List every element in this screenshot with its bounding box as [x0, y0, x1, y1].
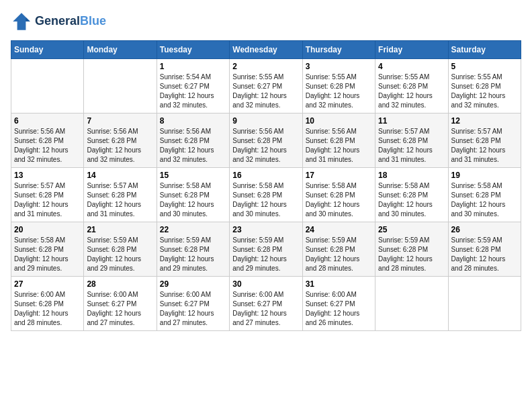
day-info: Sunrise: 5:56 AM Sunset: 6:28 PM Dayligh…	[14, 127, 81, 165]
day-number: 18	[378, 171, 445, 180]
day-number: 19	[451, 171, 518, 180]
calendar-week-row: 27Sunrise: 6:00 AM Sunset: 6:28 PM Dayli…	[11, 277, 521, 331]
calendar-cell: 18Sunrise: 5:58 AM Sunset: 6:28 PM Dayli…	[375, 168, 448, 222]
calendar-table: SundayMondayTuesdayWednesdayThursdayFrid…	[11, 40, 521, 331]
day-number: 30	[232, 279, 299, 289]
day-number: 13	[14, 171, 81, 180]
day-info: Sunrise: 5:59 AM Sunset: 6:28 PM Dayligh…	[306, 236, 372, 273]
day-info: Sunrise: 5:56 AM Sunset: 6:28 PM Dayligh…	[160, 127, 226, 165]
day-info: Sunrise: 5:58 AM Sunset: 6:28 PM Dayligh…	[378, 181, 445, 219]
day-number: 7	[87, 116, 153, 126]
weekday-header: Saturday	[448, 41, 521, 59]
calendar-cell	[448, 277, 521, 331]
calendar-cell: 24Sunrise: 5:59 AM Sunset: 6:28 PM Dayli…	[302, 222, 375, 277]
logo-text: GeneralBlue	[35, 15, 106, 28]
logo-icon	[11, 11, 32, 32]
day-info: Sunrise: 5:55 AM Sunset: 6:28 PM Dayligh…	[378, 73, 445, 110]
calendar-cell: 9Sunrise: 5:56 AM Sunset: 6:28 PM Daylig…	[230, 113, 302, 168]
calendar-cell: 30Sunrise: 6:00 AM Sunset: 6:27 PM Dayli…	[230, 277, 302, 331]
calendar-cell: 14Sunrise: 5:57 AM Sunset: 6:28 PM Dayli…	[84, 168, 157, 222]
day-number: 22	[160, 225, 226, 234]
day-number: 6	[14, 116, 81, 126]
day-info: Sunrise: 5:56 AM Sunset: 6:28 PM Dayligh…	[306, 127, 372, 165]
day-info: Sunrise: 5:57 AM Sunset: 6:28 PM Dayligh…	[14, 181, 81, 219]
calendar-week-row: 1Sunrise: 5:54 AM Sunset: 6:27 PM Daylig…	[11, 59, 521, 113]
day-info: Sunrise: 5:55 AM Sunset: 6:27 PM Dayligh…	[232, 73, 299, 110]
calendar-cell: 27Sunrise: 6:00 AM Sunset: 6:28 PM Dayli…	[11, 277, 84, 331]
day-info: Sunrise: 5:54 AM Sunset: 6:27 PM Dayligh…	[160, 73, 226, 110]
day-info: Sunrise: 5:57 AM Sunset: 6:28 PM Dayligh…	[378, 127, 445, 165]
day-info: Sunrise: 5:56 AM Sunset: 6:28 PM Dayligh…	[232, 127, 299, 165]
day-info: Sunrise: 5:58 AM Sunset: 6:28 PM Dayligh…	[451, 181, 518, 219]
day-number: 26	[451, 225, 518, 234]
day-number: 1	[160, 62, 226, 71]
day-number: 21	[87, 225, 153, 234]
weekday-header: Monday	[84, 41, 157, 59]
day-number: 4	[378, 62, 445, 71]
day-info: Sunrise: 6:00 AM Sunset: 6:27 PM Dayligh…	[160, 290, 226, 328]
day-info: Sunrise: 5:59 AM Sunset: 6:28 PM Dayligh…	[87, 236, 153, 273]
day-number: 20	[14, 225, 81, 234]
day-number: 5	[451, 62, 518, 71]
day-info: Sunrise: 5:57 AM Sunset: 6:28 PM Dayligh…	[451, 127, 518, 165]
weekday-header: Sunday	[11, 41, 84, 59]
day-info: Sunrise: 5:58 AM Sunset: 6:28 PM Dayligh…	[306, 181, 372, 219]
day-number: 23	[232, 225, 299, 234]
day-number: 9	[232, 116, 299, 126]
day-info: Sunrise: 5:57 AM Sunset: 6:28 PM Dayligh…	[87, 181, 153, 219]
calendar-week-row: 6Sunrise: 5:56 AM Sunset: 6:28 PM Daylig…	[11, 113, 521, 168]
day-number: 29	[160, 279, 226, 289]
day-info: Sunrise: 6:00 AM Sunset: 6:27 PM Dayligh…	[306, 290, 372, 328]
weekday-header: Tuesday	[157, 41, 229, 59]
day-number: 16	[232, 171, 299, 180]
day-number: 3	[306, 62, 372, 71]
calendar-cell: 2Sunrise: 5:55 AM Sunset: 6:27 PM Daylig…	[230, 59, 302, 113]
calendar-cell: 13Sunrise: 5:57 AM Sunset: 6:28 PM Dayli…	[11, 168, 84, 222]
calendar-cell: 16Sunrise: 5:58 AM Sunset: 6:28 PM Dayli…	[230, 168, 302, 222]
day-info: Sunrise: 5:58 AM Sunset: 6:28 PM Dayligh…	[14, 236, 81, 273]
calendar-cell: 7Sunrise: 5:56 AM Sunset: 6:28 PM Daylig…	[84, 113, 157, 168]
day-info: Sunrise: 6:00 AM Sunset: 6:28 PM Dayligh…	[14, 290, 81, 328]
day-number: 2	[232, 62, 299, 71]
day-number: 12	[451, 116, 518, 126]
calendar-cell: 6Sunrise: 5:56 AM Sunset: 6:28 PM Daylig…	[11, 113, 84, 168]
calendar-cell: 8Sunrise: 5:56 AM Sunset: 6:28 PM Daylig…	[157, 113, 229, 168]
calendar-cell: 28Sunrise: 6:00 AM Sunset: 6:27 PM Dayli…	[84, 277, 157, 331]
day-info: Sunrise: 5:59 AM Sunset: 6:28 PM Dayligh…	[232, 236, 299, 273]
calendar-cell: 22Sunrise: 5:59 AM Sunset: 6:28 PM Dayli…	[157, 222, 229, 277]
calendar-cell: 19Sunrise: 5:58 AM Sunset: 6:28 PM Dayli…	[448, 168, 521, 222]
day-number: 17	[306, 171, 372, 180]
calendar-cell: 5Sunrise: 5:55 AM Sunset: 6:28 PM Daylig…	[448, 59, 521, 113]
day-info: Sunrise: 5:55 AM Sunset: 6:28 PM Dayligh…	[451, 73, 518, 110]
day-info: Sunrise: 5:55 AM Sunset: 6:28 PM Dayligh…	[306, 73, 372, 110]
calendar-cell: 3Sunrise: 5:55 AM Sunset: 6:28 PM Daylig…	[302, 59, 375, 113]
calendar-cell: 4Sunrise: 5:55 AM Sunset: 6:28 PM Daylig…	[375, 59, 448, 113]
calendar-cell: 17Sunrise: 5:58 AM Sunset: 6:28 PM Dayli…	[302, 168, 375, 222]
calendar-cell: 26Sunrise: 5:59 AM Sunset: 6:28 PM Dayli…	[448, 222, 521, 277]
day-number: 15	[160, 171, 226, 180]
calendar-header-row: SundayMondayTuesdayWednesdayThursdayFrid…	[11, 41, 521, 59]
calendar-cell: 29Sunrise: 6:00 AM Sunset: 6:27 PM Dayli…	[157, 277, 229, 331]
day-number: 10	[306, 116, 372, 126]
day-number: 8	[160, 116, 226, 126]
calendar-cell: 31Sunrise: 6:00 AM Sunset: 6:27 PM Dayli…	[302, 277, 375, 331]
day-number: 14	[87, 171, 153, 180]
calendar-cell: 1Sunrise: 5:54 AM Sunset: 6:27 PM Daylig…	[157, 59, 229, 113]
day-info: Sunrise: 5:58 AM Sunset: 6:28 PM Dayligh…	[232, 181, 299, 219]
calendar-cell: 25Sunrise: 5:59 AM Sunset: 6:28 PM Dayli…	[375, 222, 448, 277]
day-info: Sunrise: 5:59 AM Sunset: 6:28 PM Dayligh…	[451, 236, 518, 273]
day-number: 24	[306, 225, 372, 234]
calendar-cell: 20Sunrise: 5:58 AM Sunset: 6:28 PM Dayli…	[11, 222, 84, 277]
day-number: 28	[87, 279, 153, 289]
calendar-cell: 15Sunrise: 5:58 AM Sunset: 6:28 PM Dayli…	[157, 168, 229, 222]
calendar-cell: 11Sunrise: 5:57 AM Sunset: 6:28 PM Dayli…	[375, 113, 448, 168]
calendar-week-row: 13Sunrise: 5:57 AM Sunset: 6:28 PM Dayli…	[11, 168, 521, 222]
calendar-cell: 12Sunrise: 5:57 AM Sunset: 6:28 PM Dayli…	[448, 113, 521, 168]
day-info: Sunrise: 5:58 AM Sunset: 6:28 PM Dayligh…	[160, 181, 226, 219]
day-number: 31	[306, 279, 372, 289]
calendar-cell	[375, 277, 448, 331]
day-number: 11	[378, 116, 445, 126]
calendar-cell	[11, 59, 84, 113]
day-info: Sunrise: 6:00 AM Sunset: 6:27 PM Dayligh…	[87, 290, 153, 328]
calendar-cell: 21Sunrise: 5:59 AM Sunset: 6:28 PM Dayli…	[84, 222, 157, 277]
